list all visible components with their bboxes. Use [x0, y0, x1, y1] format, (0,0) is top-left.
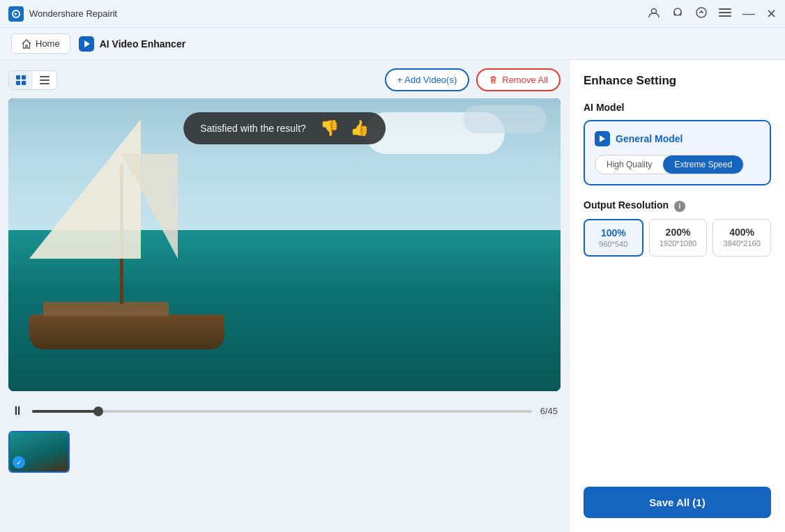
chat-icon[interactable]: [695, 6, 708, 22]
svg-rect-12: [40, 76, 49, 77]
svg-rect-11: [22, 81, 26, 85]
app-icon: [8, 6, 24, 22]
thumbnail-item[interactable]: ✓: [8, 431, 70, 473]
view-toggle: [8, 70, 57, 90]
nav-current-page: AI Video Enhancer: [79, 36, 185, 52]
boat-deck: [43, 302, 169, 316]
current-page-label: AI Video Enhancer: [100, 38, 185, 50]
feedback-prompt: Satisfied with the result?: [200, 123, 306, 134]
left-panel: + Add Video(s) Remove All: [0, 60, 569, 532]
app-title: Wondershare Repairit: [29, 8, 117, 19]
svg-rect-9: [22, 75, 26, 79]
thumbnail-check-icon: ✓: [13, 456, 25, 469]
model-icon: [595, 131, 610, 146]
home-button[interactable]: Home: [11, 33, 70, 54]
cloud-2: [463, 105, 547, 133]
main-content: + Add Video(s) Remove All: [0, 60, 785, 532]
remove-all-label: Remove All: [502, 75, 548, 85]
grid-view-button[interactable]: [9, 71, 33, 89]
toolbar-actions: + Add Video(s) Remove All: [385, 68, 561, 91]
res-400-dims: 3840*2160: [716, 239, 768, 248]
svg-marker-7: [84, 40, 90, 47]
close-button[interactable]: ✕: [766, 6, 777, 22]
pause-button[interactable]: ⏸: [11, 404, 24, 418]
res-200-percent: 200%: [653, 227, 704, 238]
progress-bar[interactable]: [32, 410, 532, 413]
video-controls: ⏸ 6/45: [8, 398, 561, 424]
output-resolution-label: Output Resolution i: [584, 199, 771, 212]
svg-rect-8: [16, 75, 20, 79]
nav-bar: Home AI Video Enhancer: [0, 28, 785, 60]
minimize-button[interactable]: —: [742, 6, 755, 21]
res-200-dims: 1920*1080: [653, 239, 704, 248]
save-all-button[interactable]: Save All (1): [584, 487, 771, 518]
model-card[interactable]: General Model High Quality Extreme Speed: [584, 120, 771, 185]
resolution-200-button[interactable]: 200% 1920*1080: [649, 219, 708, 257]
svg-rect-13: [40, 79, 49, 81]
svg-rect-14: [40, 83, 49, 84]
home-label: Home: [36, 38, 60, 49]
thumbs-down-icon[interactable]: 👎: [320, 119, 339, 137]
account-icon[interactable]: [648, 6, 660, 22]
ai-model-label: AI Model: [584, 102, 771, 113]
frame-counter: 6/45: [540, 406, 558, 416]
progress-thumb[interactable]: [93, 406, 103, 416]
svg-rect-5: [719, 12, 731, 13]
svg-marker-17: [600, 135, 605, 142]
right-panel: Enhance Setting AI Model General Model H…: [569, 60, 785, 532]
extreme-speed-button[interactable]: Extreme Speed: [663, 155, 743, 174]
progress-fill: [32, 410, 98, 413]
output-resolution-section: Output Resolution i 100% 960*540 200% 19…: [584, 199, 771, 257]
res-400-percent: 400%: [716, 227, 768, 238]
title-bar: Wondershare Repairit — ✕: [0, 0, 785, 28]
menu-icon[interactable]: [719, 6, 731, 22]
ai-video-icon: [79, 36, 94, 52]
svg-point-3: [696, 8, 706, 17]
enhance-setting-title: Enhance Setting: [584, 74, 771, 88]
svg-point-2: [674, 8, 681, 15]
remove-all-button[interactable]: Remove All: [476, 68, 561, 91]
title-bar-left: Wondershare Repairit: [8, 6, 117, 22]
resolution-100-button[interactable]: 100% 960*540: [584, 219, 643, 257]
thumbnails-row: ✓: [8, 431, 561, 473]
quality-toggle: High Quality Extreme Speed: [595, 155, 744, 174]
info-icon[interactable]: i: [674, 201, 685, 212]
sail-secondary: [122, 154, 178, 259]
svg-rect-10: [16, 81, 20, 85]
svg-rect-4: [719, 8, 731, 10]
boat-hull: [29, 314, 224, 349]
resolution-options: 100% 960*540 200% 1920*1080 400% 3840*21…: [584, 219, 771, 257]
feedback-icons: 👎 👍: [320, 119, 369, 137]
high-quality-button[interactable]: High Quality: [595, 155, 663, 174]
video-container: Satisfied with the result? 👎 👍: [8, 98, 561, 391]
model-card-header: General Model: [595, 131, 760, 146]
toolbar: + Add Video(s) Remove All: [8, 68, 561, 91]
model-name-label: General Model: [616, 133, 683, 144]
headset-icon[interactable]: [671, 6, 684, 22]
feedback-overlay: Satisfied with the result? 👎 👍: [183, 112, 386, 144]
add-videos-button[interactable]: + Add Video(s): [385, 68, 469, 91]
resolution-400-button[interactable]: 400% 3840*2160: [712, 219, 771, 257]
spacer: [584, 271, 771, 473]
res-100-dims: 960*540: [588, 240, 639, 248]
ai-model-section: AI Model General Model High Quality Extr…: [584, 102, 771, 185]
list-view-button[interactable]: [33, 71, 56, 89]
thumbs-up-icon[interactable]: 👍: [350, 119, 369, 137]
svg-rect-6: [719, 15, 731, 17]
title-bar-controls: — ✕: [648, 6, 777, 22]
res-100-percent: 100%: [588, 227, 639, 238]
